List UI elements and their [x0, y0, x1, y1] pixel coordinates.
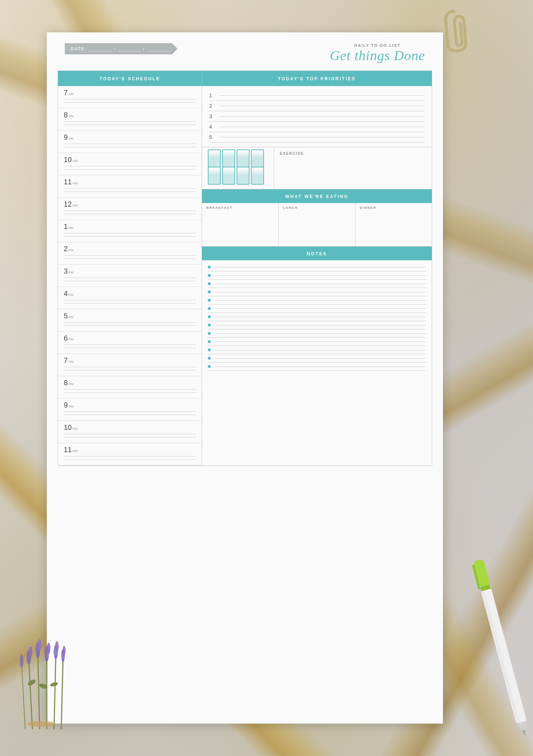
time-line [64, 147, 196, 147]
time-line [64, 434, 196, 434]
time-number: 8 [64, 379, 68, 386]
water-glass-6 [222, 169, 235, 185]
notes-header-text: NOTES [307, 251, 327, 256]
priority-item-3: 3 [209, 111, 425, 122]
note-bullet [208, 357, 211, 360]
eating-header-text: WHAT WE'RE EATING [285, 194, 349, 199]
eating-header: WHAT WE'RE EATING [202, 189, 432, 203]
note-line [214, 358, 426, 359]
time-number: 4 [64, 290, 68, 297]
note-item [208, 346, 426, 354]
time-number: 7 [64, 357, 68, 364]
time-slot-3pm: 3 PM [58, 265, 202, 287]
time-slot-10pm: 10 PM [58, 421, 202, 443]
time-number: 3 [64, 267, 68, 275]
water-glass-8 [251, 169, 264, 185]
right-column: TODAY'S TOP PRIORITIES 1 2 3 4 [202, 71, 432, 465]
lunch-label: LUNCH [283, 206, 351, 210]
svg-line-10 [54, 656, 56, 729]
time-number: 8 [64, 111, 68, 118]
notes-list [202, 260, 432, 465]
main-title: Get things Done [330, 48, 425, 63]
time-line [64, 415, 196, 415]
note-line [214, 333, 426, 334]
time-line [64, 188, 196, 189]
priorities-list: 1 2 3 4 5 [202, 86, 432, 147]
time-number: 12 [64, 201, 72, 208]
time-line [64, 459, 196, 460]
note-bullet [208, 266, 211, 269]
priority-line [219, 106, 425, 106]
time-line [64, 233, 196, 233]
time-number: 11 [64, 446, 72, 453]
note-bullet [208, 365, 211, 368]
dinner-label: DINNER [360, 206, 427, 210]
time-line [64, 345, 196, 345]
priority-num: 1 [209, 93, 215, 98]
svg-point-22 [63, 646, 66, 656]
time-number: 9 [64, 401, 68, 409]
time-line [64, 348, 196, 348]
time-ampm: PM [68, 315, 74, 319]
priority-item-4: 4 [209, 122, 425, 132]
note-item [208, 280, 426, 288]
time-line [64, 392, 196, 393]
note-line [214, 366, 426, 367]
time-ampm: AM [68, 137, 74, 140]
note-bullet [208, 274, 211, 277]
time-line [64, 278, 196, 278]
water-glass-7 [237, 169, 250, 185]
note-line [214, 275, 426, 276]
priority-num: 3 [209, 113, 215, 119]
meals-grid: BREAKFAST LUNCH DINNER [202, 203, 432, 247]
time-line [64, 437, 196, 437]
date-section: DATE: _______ / _______ / _______ [65, 43, 178, 54]
page-header: DATE: _______ / _______ / _______ DAILY … [47, 32, 443, 71]
time-number: 5 [64, 312, 68, 319]
time-slot-9am: 9 AM [58, 131, 202, 153]
svg-point-27 [27, 721, 56, 727]
time-number: 9 [64, 134, 68, 141]
time-line [64, 255, 196, 256]
time-slot-6pm: 6 PM [58, 332, 202, 354]
lunch-col: LUNCH [279, 203, 355, 246]
time-ampm: PM [68, 405, 74, 408]
priority-num: 4 [209, 124, 215, 130]
water-glass-4 [251, 152, 264, 167]
time-slot-5pm: 5 PM [58, 309, 202, 332]
note-bullet [208, 340, 211, 343]
time-line [64, 236, 196, 237]
time-ampm: PM [72, 427, 78, 431]
time-line [64, 169, 196, 170]
time-slot-8am: 8 AM [58, 108, 202, 131]
note-item [208, 354, 426, 363]
note-line [214, 300, 426, 301]
water-tracker [202, 147, 274, 189]
time-number: 2 [64, 245, 68, 252]
water-glass-1 [208, 152, 221, 167]
note-line [214, 292, 426, 292]
time-line [64, 325, 196, 326]
svg-point-14 [29, 647, 32, 657]
exercise-section: EXERCISE [274, 147, 432, 189]
time-ampm: PM [68, 382, 74, 386]
note-item [208, 329, 426, 338]
note-line [214, 267, 426, 267]
priority-item-1: 1 [209, 90, 425, 101]
schedule-column: TODAY'S SCHEDULE 7 AM 8 AM [58, 71, 202, 465]
time-line [64, 300, 196, 300]
breakfast-label: BREAKFAST [206, 206, 274, 210]
note-bullet [208, 282, 211, 285]
time-line [64, 281, 196, 281]
note-item [208, 338, 426, 346]
svg-point-24 [27, 679, 37, 687]
note-line [214, 350, 426, 350]
paper-card: DATE: _______ / _______ / _______ DAILY … [47, 32, 443, 724]
note-item [208, 363, 426, 371]
note-item [208, 305, 426, 313]
time-ampm: PM [68, 360, 74, 364]
note-line [214, 342, 426, 342]
priority-line [219, 95, 425, 96]
exercise-label: EXERCISE [280, 152, 426, 156]
note-line [214, 284, 426, 284]
